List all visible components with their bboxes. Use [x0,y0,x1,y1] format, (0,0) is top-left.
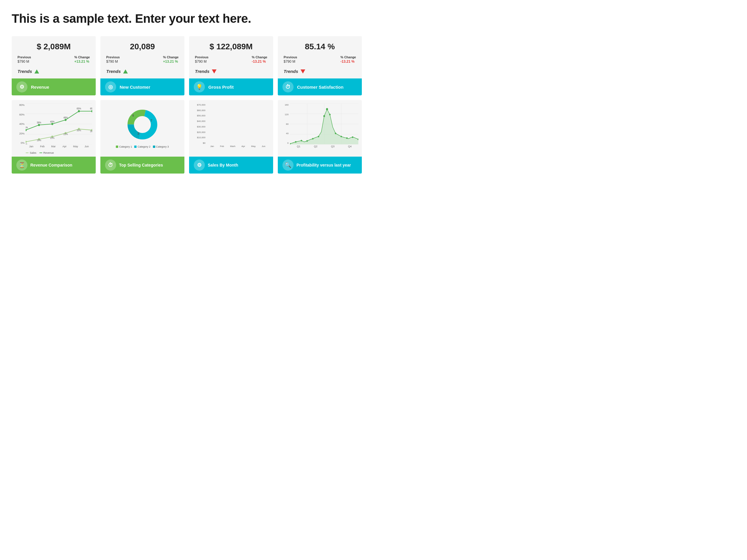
kpi-value-customer-satisfaction: 85.14 % [284,42,356,51]
kpi-card-body-revenue: $ 2,089M Previous $790 M % Change +13.21… [12,36,96,78]
chart-card-revenue-comparison: 80% 60% 40% 20% 0% [12,100,96,174]
legend-sales: Sales [26,151,36,154]
kpi-change-new-customer: % Change +13.21 % [163,55,179,63]
legend-sales-color [26,153,29,153]
kpi-value-new-customer: 20,089 [106,42,179,51]
legend-cat1-color [116,145,118,148]
kpi-trends-customer-satisfaction: Trends [284,68,356,74]
kpi-change-revenue: % Change +13.21 % [74,55,90,63]
kpi-card-new-customer: 20,089 Previous $790 M % Change +13.21 %… [100,36,184,96]
donut-legend: Category 1 Category 2 Category 3 [116,145,169,148]
chart-card-top-selling: 4 7 3 Category 1 Category 2 Cate [100,100,184,174]
legend-cat3-color [153,145,155,148]
kpi-footer-customer-satisfaction: ⏱ Customer Satisfaction [278,78,362,96]
donut-legend-cat1: Category 1 [116,145,132,148]
line-chart-yaxis: 80% 60% 40% 20% 0% [15,104,26,144]
trend-up-icon-new-customer [123,70,128,74]
svg-text:22%: 22% [63,133,68,136]
legend-revenue-color [40,153,42,153]
customer-satisfaction-icon: ⏱ [282,81,293,92]
chart-footer-profitability: 🔍 Profitability versus last year [278,157,362,174]
kpi-stats-revenue: Previous $790 M % Change +13.21 % [18,55,90,63]
chart-body-revenue-comparison: 80% 60% 40% 20% 0% [12,100,96,157]
svg-point-50 [312,138,314,139]
svg-point-54 [329,114,331,115]
chart-body-sales-by-month: $70,000 $60,000 $50,000 $40,000 $30,000 … [189,100,273,157]
svg-text:28%: 28% [90,130,92,133]
svg-text:7: 7 [151,119,152,122]
kpi-previous-customer-satisfaction: Previous $790 M [284,55,297,63]
svg-text:48%: 48% [63,116,68,119]
kpi-stats-customer-satisfaction: Previous $790 M % Change -13.21 % [284,55,356,63]
kpi-card-gross-profit: $ 122,089M Previous $790 M % Change -13.… [189,36,273,96]
svg-text:15%: 15% [50,136,55,139]
area-chart-plot [290,104,358,144]
svg-point-55 [335,133,336,134]
svg-text:28%: 28% [26,126,28,129]
trend-down-icon-gross-profit [212,70,216,74]
svg-point-13 [51,123,53,125]
svg-text:65%: 65% [77,107,81,110]
kpi-footer-gross-profit: 💡 Gross Profit [189,78,273,96]
kpi-previous-gross-profit: Previous $790 M [195,55,208,63]
svg-point-14 [65,119,67,121]
bar-chart-sales: $70,000 $60,000 $50,000 $40,000 $30,000 … [192,104,269,150]
new-customer-icon: ◎ [105,81,116,92]
bar-chart-plot [207,104,268,144]
svg-point-49 [306,140,308,141]
svg-text:10%: 10% [37,139,41,142]
line-chart-xaxis: Jan Feb Mar Apr May Jun [26,145,92,150]
donut-legend-cat2: Category 2 [134,145,150,148]
kpi-previous-new-customer: Previous $790 M [106,55,120,63]
svg-point-53 [326,108,328,110]
kpi-stats-new-customer: Previous $790 M % Change +13.21 % [106,55,179,63]
kpi-card-body-new-customer: 20,089 Previous $790 M % Change +13.21 %… [100,36,184,78]
svg-text:4: 4 [132,114,134,117]
chart-footer-top-selling: ⏱ Top Selling Categories [100,157,184,174]
area-chart-profitability: 160 120 80 40 0 [281,104,358,150]
kpi-trends-gross-profit: Trends [195,68,267,74]
svg-point-51 [318,136,319,137]
revenue-comparison-icon: ⏳ [16,160,27,170]
svg-text:65%: 65% [90,107,92,110]
donut-chart-wrap: 4 7 3 Category 1 Category 2 Cate [104,104,181,150]
area-chart-yaxis: 160 120 80 40 0 [281,104,289,144]
donut-svg: 4 7 3 [123,106,161,143]
bar-chart-yaxis: $70,000 $60,000 $50,000 $40,000 $30,000 … [192,104,207,144]
line-chart-plot: 28% 38% 40% 48% 65% 65% 5% 10% 15% 22% 3… [26,104,92,144]
kpi-trends-new-customer: Trends [106,68,179,74]
legend-cat2-color [134,145,136,148]
kpi-card-revenue: $ 2,089M Previous $790 M % Change +13.21… [12,36,96,96]
svg-point-48 [301,140,302,141]
svg-point-58 [352,136,353,138]
kpi-value-gross-profit: $ 122,089M [195,42,267,51]
top-selling-icon: ⏱ [105,160,116,170]
svg-point-47 [295,141,297,143]
svg-point-57 [346,137,348,139]
revenue-icon: ⚙ [16,81,27,92]
svg-point-16 [91,110,92,113]
kpi-previous-revenue: Previous $790 M [18,55,31,63]
page-title: This is a sample text. Enter your text h… [12,12,362,26]
chart-footer-revenue-comparison: ⏳ Revenue Comparison [12,157,96,174]
svg-text:5%: 5% [26,143,27,144]
gross-profit-icon: 💡 [194,81,205,92]
kpi-card-body-gross-profit: $ 122,089M Previous $790 M % Change -13.… [189,36,273,78]
svg-point-12 [38,124,40,126]
kpi-value-revenue: $ 2,089M [18,42,90,51]
kpi-change-customer-satisfaction: % Change -13.21 % [340,55,356,63]
svg-point-11 [26,129,27,131]
svg-text:40%: 40% [50,120,55,123]
svg-point-15 [78,110,80,113]
chart-body-top-selling: 4 7 3 Category 1 Category 2 Cate [100,100,184,157]
chart-card-sales-by-month: $70,000 $60,000 $50,000 $40,000 $30,000 … [189,100,273,174]
kpi-change-gross-profit: % Change -13.21 % [252,55,267,63]
chart-body-profitability: 160 120 80 40 0 [278,100,362,157]
legend-revenue: Revenue [40,151,54,154]
profitability-icon: 🔍 [282,160,293,170]
chart-card-profitability: 160 120 80 40 0 [278,100,362,174]
trend-up-icon-revenue [34,70,39,74]
trend-down-icon-customer-satisfaction [301,70,305,74]
line-chart-legend: Sales Revenue [26,151,92,154]
kpi-card-customer-satisfaction: 85.14 % Previous $790 M % Change -13.21 … [278,36,362,96]
